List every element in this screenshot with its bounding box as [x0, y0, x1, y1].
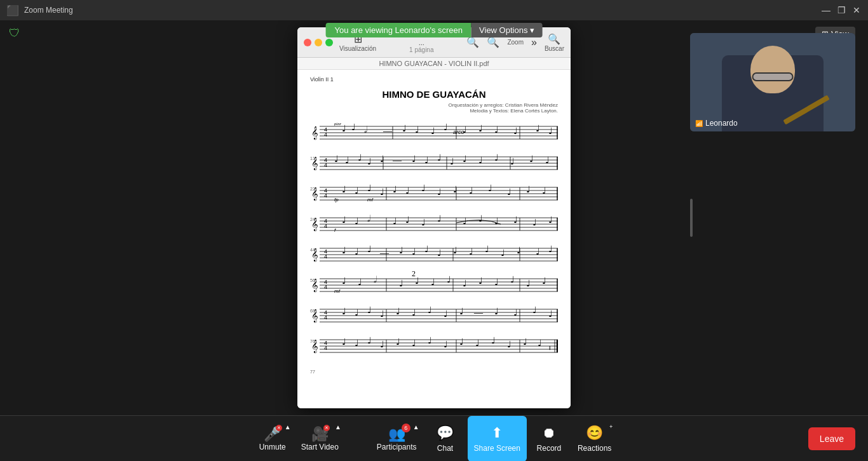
svg-text:76: 76 [310, 339, 315, 344]
minimize-button[interactable]: — [821, 5, 831, 15]
mute-icon-wrapper: 🎤 ✕ [264, 426, 281, 443]
svg-text:♩: ♩ [538, 338, 542, 348]
svg-text:♩: ♩ [355, 247, 359, 257]
more-icon: » [531, 37, 537, 48]
pdf-zoom-out-tool[interactable]: 🔍 [466, 36, 479, 48]
svg-text:♩: ♩ [428, 305, 432, 315]
banner: You are viewing Leonardo's screen View O… [326, 23, 543, 37]
svg-text:♩: ♩ [494, 277, 499, 287]
svg-text:mf: mf [367, 197, 374, 203]
share-screen-button[interactable]: ⬆ Share Screen [468, 416, 527, 462]
svg-text:♩: ♩ [548, 309, 553, 319]
svg-text:44: 44 [310, 248, 315, 252]
svg-text:4: 4 [324, 284, 327, 290]
title-bar: ⬛ Zoom Meeting — ❐ ✕ [0, 0, 868, 20]
pdf-credits-line2: Melodia y Textos: Elena Cortés Layton. [310, 108, 558, 114]
svg-text:♩: ♩ [421, 184, 426, 193]
view-options-button[interactable]: View Options ▾ [471, 23, 542, 37]
mute-chevron-icon[interactable]: ▲ [285, 424, 291, 431]
record-button[interactable]: ⏺ Record [527, 416, 571, 462]
panel-resize-handle[interactable] [690, 199, 693, 237]
zoom-out-icon: 🔍 [466, 36, 479, 48]
svg-text:♩: ♩ [491, 336, 496, 345]
svg-text:♩: ♩ [510, 275, 515, 284]
svg-text:—: — [383, 126, 393, 136]
svg-text:♩: ♩ [478, 214, 483, 224]
svg-text:𝄞: 𝄞 [311, 126, 318, 140]
pdf-content: Violin II 1 HIMNO DE GUAYACÁN Orquestaci… [297, 70, 571, 408]
traffic-light-yellow[interactable] [315, 39, 322, 46]
svg-text:♩: ♩ [342, 246, 346, 255]
svg-text:4: 4 [324, 162, 327, 168]
security-shield-icon: 🛡 [9, 27, 20, 40]
svg-text:♩: ♩ [399, 246, 403, 255]
person-silhouette [690, 33, 855, 131]
svg-text:♩: ♩ [415, 276, 419, 286]
zoom-in-icon: 🔍 [487, 36, 499, 48]
maximize-button[interactable]: ❐ [836, 5, 846, 15]
svg-text:♩: ♩ [494, 153, 499, 163]
svg-text:♩: ♩ [542, 276, 546, 286]
svg-text:4: 4 [324, 192, 327, 199]
svg-text:♩: ♩ [526, 279, 531, 288]
pdf-search-tool[interactable]: 🔍 Buscar [545, 33, 564, 52]
participant-video-inner [690, 33, 855, 131]
pdf-filename: HIMNO GUAYACAN - VIOLIN II.pdf [379, 60, 489, 67]
video-chevron-icon[interactable]: ▲ [335, 424, 341, 431]
reactions-button[interactable]: 😊 Reactions + [571, 416, 618, 462]
svg-text:♩: ♩ [523, 337, 527, 347]
svg-text:♩: ♩ [501, 248, 505, 258]
main-content: 🛡 ⊞ View You are viewing Leonardo's scre… [0, 20, 868, 415]
svg-text:♩: ♩ [437, 187, 442, 197]
svg-text:♩: ♩ [421, 218, 426, 227]
svg-text:♩: ♩ [342, 185, 346, 194]
participants-count-badge: 6 [402, 424, 410, 432]
svg-text:♩: ♩ [494, 217, 499, 226]
svg-text:♩: ♩ [334, 154, 339, 164]
svg-text:♩: ♩ [412, 154, 416, 164]
participants-chevron-icon[interactable]: ▲ [413, 424, 419, 431]
svg-text:♩: ♩ [548, 126, 553, 136]
svg-text:♩: ♩ [437, 214, 442, 224]
svg-text:♩: ♩ [342, 215, 346, 225]
svg-text:♩: ♩ [380, 154, 384, 164]
zoom-label: Zoom [507, 39, 524, 46]
svg-text:♩: ♩ [380, 340, 384, 349]
record-label: Record [537, 444, 562, 453]
svg-text:♩: ♩ [431, 277, 435, 287]
svg-text:♩: ♩ [367, 184, 372, 193]
svg-text:♩: ♩ [437, 153, 442, 163]
close-button[interactable]: ✕ [851, 5, 862, 15]
svg-text:♩: ♩ [526, 185, 531, 194]
svg-text:♩: ♩ [367, 157, 372, 166]
svg-text:♩: ♩ [475, 338, 480, 348]
svg-text:68: 68 [310, 309, 315, 313]
participants-button[interactable]: 👥 6 Participants ▲ [370, 416, 423, 462]
svg-text:♩: ♩ [396, 307, 400, 316]
pdf-credits: Orquestación y arreglos: Cristian Rivera… [310, 102, 558, 114]
svg-text:♩: ♩ [437, 248, 442, 258]
svg-text:77: 77 [310, 370, 315, 374]
mute-label: Unmute [259, 443, 286, 451]
pdf-more-tools[interactable]: » [531, 37, 537, 48]
traffic-light-green[interactable] [325, 39, 333, 46]
record-icon: ⏺ [542, 425, 556, 441]
search-icon: 🔍 [548, 33, 560, 45]
svg-text:♩: ♩ [494, 307, 499, 316]
svg-text:4: 4 [324, 345, 327, 351]
chat-button[interactable]: 💬 Chat [423, 416, 468, 462]
svg-text:♩: ♩ [367, 336, 372, 345]
unmute-button[interactable]: 🎤 ✕ Unmute ▲ [250, 416, 295, 462]
svg-text:♩: ♩ [402, 124, 407, 133]
leave-button[interactable]: Leave [808, 427, 855, 450]
music-notation: 𝄞 4 4 pizz ♩ ♩ 𝅗𝅥 — ♩ [310, 119, 558, 392]
pdf-zoom-in-tool[interactable]: 🔍 [487, 36, 499, 48]
svg-text:♩: ♩ [507, 340, 512, 349]
pdf-viewer-window: ⊞ Visualización HIMNO GUAYACAN - ... 1 p… [297, 27, 571, 408]
svg-text:♩: ♩ [513, 126, 518, 136]
svg-text:♩: ♩ [358, 153, 362, 163]
start-video-button[interactable]: 🎥 ✕ Start Video ▲ [295, 416, 345, 462]
traffic-light-red[interactable] [304, 39, 311, 46]
svg-text:♩: ♩ [444, 123, 448, 132]
view-tool-label: Visualización [339, 45, 376, 52]
